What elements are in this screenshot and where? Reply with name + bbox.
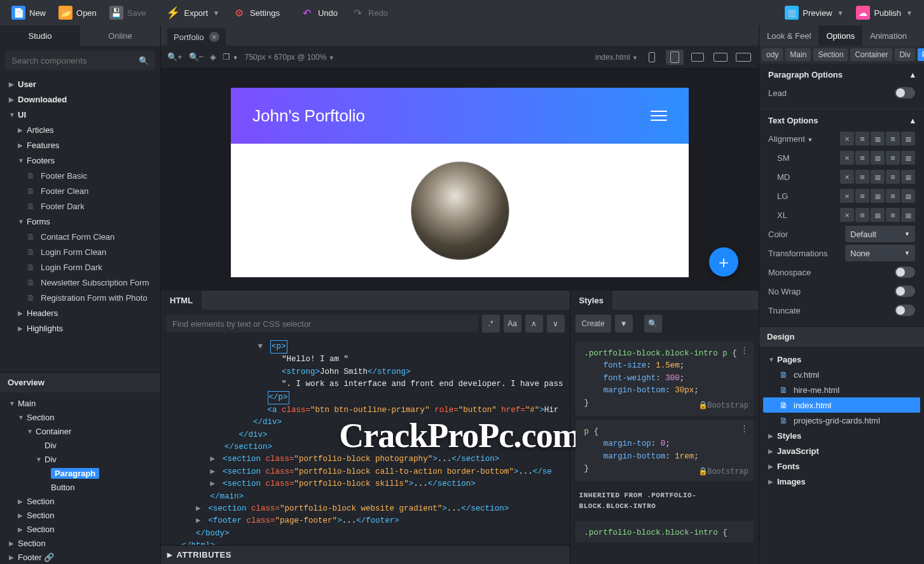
md-r[interactable]: ≡ [886,170,900,184]
ov-div1[interactable]: Div [0,438,160,452]
sm-r[interactable]: ≡ [886,151,900,165]
zoom-in-icon[interactable]: 🔍+ [167,52,183,62]
styles-code[interactable]: ⋮ .portfolio-block.block-intro p { font-… [570,338,759,564]
search-styles-button[interactable]: 🔍 [644,315,662,333]
tree-contact-form[interactable]: 🗎Contact Form Clean [0,229,160,244]
ov-section4[interactable]: ▶Section [0,522,160,536]
create-dropdown[interactable]: ▼ [615,315,633,333]
find-elements-input[interactable]: Find elements by text or CSS selector [166,315,478,333]
md-c[interactable]: ≣ [871,170,885,184]
sm-j[interactable]: ≣ [901,151,915,165]
sm-clear[interactable]: × [840,151,854,165]
md-j[interactable]: ≣ [901,170,915,184]
lg-r[interactable]: ≡ [886,189,900,203]
current-file[interactable]: index.html ▼ [595,53,638,62]
zoom-out-icon[interactable]: 🔍− [189,52,204,62]
attributes-header[interactable]: ▶ATTRIBUTES [161,545,570,564]
canvas[interactable]: John's Porftolio ＋ [161,69,759,291]
ov-section[interactable]: ▼Section [0,410,160,424]
tree-login-clean[interactable]: 🗎Login Form Clean [0,244,160,259]
regex-button[interactable]: .* [482,315,500,333]
tree-downloaded[interactable]: ▶Downloaded [0,92,160,107]
tree-footer-dark[interactable]: 🗎Footer Dark [0,198,160,214]
text-options-title[interactable]: Text Options▴ [768,116,915,125]
style-rule-1[interactable]: ⋮ .portfolio-block.block-intro p { font-… [576,341,754,416]
lg-l[interactable]: ≡ [855,189,869,203]
ov-paragraph[interactable]: Paragraph [0,466,160,480]
redo-button[interactable]: ↷Redo [344,3,394,22]
device-xs-icon[interactable] [643,50,661,65]
html-tab[interactable]: HTML [161,291,202,310]
search-components-input[interactable]: 🔍 [5,51,155,70]
ov-button[interactable]: Button [0,480,160,494]
design-pages[interactable]: ▼Pages [763,352,920,367]
overview-tab[interactable]: Overview [0,372,160,392]
device-sm-icon[interactable] [666,50,684,65]
tree-footer-clean[interactable]: 🗎Footer Clean [0,183,160,198]
crumb-container[interactable]: Container [850,48,892,61]
design-images[interactable]: ▶Images [763,474,920,489]
tree-login-dark[interactable]: 🗎Login Form Dark [0,259,160,275]
studio-tab[interactable]: Studio [0,25,80,46]
undo-button[interactable]: ↶Undo [294,3,344,22]
xl-c[interactable]: ≣ [871,208,885,222]
case-button[interactable]: Aa [504,315,521,333]
lg-c[interactable]: ≣ [871,189,885,203]
tree-features[interactable]: ▶Features [0,137,160,153]
tree-forms[interactable]: ▼Forms [0,214,160,229]
crumb-section[interactable]: Section [813,48,848,61]
next-button[interactable]: ∨ [547,315,565,333]
tree-ui[interactable]: ▼UI [0,107,160,122]
design-styles[interactable]: ▶Styles [763,428,920,443]
tree-user[interactable]: ▶User [0,76,160,92]
device-md-icon[interactable] [689,50,707,65]
publish-button[interactable]: ☁Publish▼ [850,3,919,22]
export-button[interactable]: ⚡Export▼ [160,3,225,22]
xl-j[interactable]: ≣ [901,208,915,222]
document-tab[interactable]: Portfolio × [167,28,226,46]
truncate-toggle[interactable] [895,305,915,316]
design-fonts[interactable]: ▶Fonts [763,458,920,474]
file-projects[interactable]: 🗎projects-grid-cards.html [763,413,920,428]
sm-c[interactable]: ≣ [871,151,885,165]
tree-footers[interactable]: ▼Footers [0,153,160,168]
align-center[interactable]: ≣ [871,132,885,146]
html-code[interactable]: ▼ <p> "Hello! I am " <strong>John Smith<… [161,338,570,545]
ov-footer[interactable]: ▶Footer 🔗 [0,550,160,564]
more-icon[interactable]: ⋮ [740,423,748,436]
animation-tab[interactable]: Animation [862,25,914,46]
nowrap-toggle[interactable] [895,285,915,297]
lookfeel-tab[interactable]: Look & Feel [759,25,818,46]
design-js[interactable]: ▶JavaScript [763,443,920,458]
file-cv[interactable]: 🗎cv.html [763,367,920,382]
file-index[interactable]: 🗎index.html [763,397,920,413]
design-tab[interactable]: Design [759,326,924,347]
ov-section5[interactable]: ▶Section [0,536,160,550]
md-l[interactable]: ≡ [855,170,869,184]
tree-footer-basic[interactable]: 🗎Footer Basic [0,168,160,183]
device-lg-icon[interactable] [712,50,729,65]
ov-div2[interactable]: ▼Div [0,452,160,466]
new-button[interactable]: 📄New [5,3,52,22]
md-clear[interactable]: × [840,170,854,184]
paragraph-options-title[interactable]: Paragraph Options▴ [768,70,915,79]
xl-clear[interactable]: × [840,208,854,222]
tree-headers[interactable]: ▶Headers [0,305,160,320]
styles-tab[interactable]: Styles [570,291,612,310]
layers-icon[interactable]: ❐ ▼ [223,52,238,62]
crumb-paragraph[interactable]: Paragraph [918,48,924,61]
online-tab[interactable]: Online [80,25,160,46]
options-tab[interactable]: Options [818,25,862,46]
ov-container[interactable]: ▼Container [0,424,160,438]
settings-button[interactable]: ⚙Settings [226,3,286,22]
more-icon[interactable]: ⋮ [740,345,748,357]
lg-clear[interactable]: × [840,189,854,203]
align-justify[interactable]: ≣ [901,132,915,146]
tree-newsletter[interactable]: 🗎Newsletter Subscription Form [0,275,160,290]
crumb-body[interactable]: ody [762,48,783,61]
preview-button[interactable]: ▥Preview▼ [778,3,850,22]
lg-j[interactable]: ≣ [901,189,915,203]
crumb-div[interactable]: Div [895,48,914,61]
open-button[interactable]: 📂Open [52,3,103,22]
ov-main[interactable]: ▼Main [0,396,160,410]
